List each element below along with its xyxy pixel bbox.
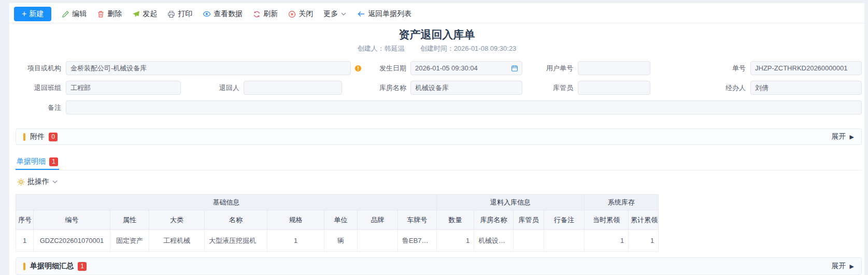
orange-marker bbox=[23, 263, 25, 270]
cell-unit: 辆 bbox=[324, 230, 358, 252]
summary-section: 单据明细汇总 1 展开 ▶ bbox=[16, 257, 862, 275]
summary-title: 单据明细汇总 bbox=[30, 262, 74, 271]
paper-plane-icon bbox=[132, 10, 140, 18]
initiate-label: 发起 bbox=[143, 9, 157, 19]
group-system-stock: 系统库存 bbox=[585, 195, 659, 210]
refresh-label: 刷新 bbox=[263, 9, 278, 19]
keeper-label: 库管员 bbox=[530, 81, 573, 95]
detail-table: 基础信息 退料入库信息 系统库存 序号 编号 属性 大类 名称 规格 单位 品牌… bbox=[16, 194, 659, 252]
doc-no-label: 单号 bbox=[702, 61, 746, 75]
close-label: 关闭 bbox=[298, 9, 313, 19]
summary-expand-button[interactable]: 展开 ▶ bbox=[832, 262, 854, 271]
project-label: 项目或机构 bbox=[16, 61, 61, 75]
close-circle-icon bbox=[288, 10, 296, 18]
cell-code-link[interactable]: GDZC202601070001 bbox=[34, 230, 110, 252]
cell-seq: 1 bbox=[16, 230, 34, 252]
back-to-list-label: 返回单据列表 bbox=[368, 9, 411, 19]
table-group-header-row: 基础信息 退料入库信息 系统库存 bbox=[16, 195, 659, 210]
cell-warehouse: 机械设… bbox=[474, 230, 514, 252]
more-button[interactable]: 更多 bbox=[323, 9, 347, 19]
handler-field[interactable]: 刘倩 bbox=[750, 81, 862, 95]
edit-button[interactable]: 编辑 bbox=[62, 9, 87, 19]
calendar-icon[interactable] bbox=[511, 65, 518, 72]
project-field[interactable]: 金桥装配公司-机械设备库 bbox=[66, 61, 351, 75]
chevron-down-icon bbox=[340, 11, 347, 17]
toolbar-divider bbox=[9, 23, 864, 23]
orange-marker bbox=[23, 133, 25, 141]
cell-current-total: 1 bbox=[585, 230, 629, 252]
info-icon[interactable] bbox=[354, 65, 362, 72]
col-current-total: 当时累领 bbox=[585, 210, 629, 230]
create-time-label: 创建时间： bbox=[420, 45, 454, 52]
pencil-icon bbox=[62, 10, 69, 18]
refresh-button[interactable]: 刷新 bbox=[253, 9, 278, 19]
summary-count-badge: 1 bbox=[78, 262, 87, 271]
doc-no-field[interactable]: JHZP-ZCTHRKD20260000001 bbox=[750, 61, 862, 75]
cell-qty: 1 bbox=[437, 230, 474, 252]
cell-brand bbox=[358, 230, 398, 252]
cell-cumulative-total: 1 bbox=[629, 230, 659, 252]
col-seq: 序号 bbox=[16, 210, 34, 230]
col-keeper: 库管员 bbox=[514, 210, 544, 230]
refresh-icon bbox=[253, 10, 261, 18]
return-team-field[interactable]: 工程部 bbox=[66, 81, 181, 95]
tab-detail[interactable]: 单据明细 1 bbox=[16, 154, 59, 170]
occur-date-field[interactable]: 2026-01-05 09:30:04 bbox=[410, 61, 522, 75]
col-qty: 数量 bbox=[437, 210, 474, 230]
trash-icon bbox=[97, 10, 105, 18]
batch-ops-button[interactable]: 批操作 bbox=[17, 177, 58, 186]
remark-field[interactable] bbox=[66, 100, 862, 114]
creator-name: 韩延温 bbox=[385, 45, 405, 52]
tab-detail-count-badge: 1 bbox=[49, 157, 58, 166]
initiate-button[interactable]: 发起 bbox=[132, 9, 157, 19]
delete-button[interactable]: 删除 bbox=[97, 9, 122, 19]
warehouse-field[interactable]: 机械设备库 bbox=[410, 81, 522, 95]
new-button[interactable]: + 新建 bbox=[14, 7, 51, 21]
view-data-button[interactable]: 查看数据 bbox=[203, 9, 243, 19]
attachments-expand-button[interactable]: 展开 ▶ bbox=[832, 132, 854, 141]
print-button[interactable]: 打印 bbox=[167, 9, 192, 19]
col-warehouse: 库房名称 bbox=[474, 210, 514, 230]
gear-icon bbox=[17, 178, 25, 186]
returner-field[interactable] bbox=[244, 81, 342, 95]
attachments-title: 附件 bbox=[30, 132, 45, 141]
col-spec: 规格 bbox=[267, 210, 324, 230]
toolbar: + 新建 编辑 删除 发起 打印 查看数据 刷新 关 bbox=[14, 7, 411, 21]
cell-category: 工程机械 bbox=[149, 230, 205, 252]
attachments-section: 附件 0 展开 ▶ bbox=[16, 128, 862, 145]
col-brand: 品牌 bbox=[358, 210, 398, 230]
page-title: 资产退回入库单 bbox=[9, 27, 864, 42]
user-no-field[interactable] bbox=[578, 61, 650, 75]
attachments-expand-label: 展开 bbox=[832, 132, 846, 141]
return-team-label: 退回班组 bbox=[16, 81, 61, 95]
cell-attr: 固定资产 bbox=[110, 230, 149, 252]
new-button-label: 新建 bbox=[29, 9, 44, 19]
delete-label: 删除 bbox=[107, 9, 122, 19]
group-return-info: 退料入库信息 bbox=[437, 195, 585, 210]
main-card: + 新建 编辑 删除 发起 打印 查看数据 刷新 关 bbox=[9, 3, 864, 275]
col-category: 大类 bbox=[149, 210, 205, 230]
col-row-remark: 行备注 bbox=[544, 210, 585, 230]
chevron-down-icon bbox=[52, 179, 58, 185]
summary-expand-label: 展开 bbox=[832, 262, 846, 271]
occur-date-label: 发生日期 bbox=[363, 61, 406, 75]
col-plate: 车牌号 bbox=[398, 210, 437, 230]
triangle-right-icon: ▶ bbox=[850, 263, 854, 270]
col-cumulative-total: 累计累领 bbox=[629, 210, 659, 230]
keeper-field[interactable] bbox=[578, 81, 650, 95]
close-button[interactable]: 关闭 bbox=[288, 9, 313, 19]
create-time: 2026-01-08 09:30:23 bbox=[454, 45, 517, 52]
view-data-label: 查看数据 bbox=[214, 9, 243, 19]
batch-ops-label: 批操作 bbox=[27, 177, 49, 186]
plus-icon: + bbox=[22, 10, 26, 18]
cell-plate: 鲁EB7… bbox=[398, 230, 437, 252]
group-basic-info: 基础信息 bbox=[16, 195, 437, 210]
cell-name: 大型液压挖掘机 bbox=[205, 230, 267, 252]
back-to-list-button[interactable]: 返回单据列表 bbox=[357, 9, 411, 19]
printer-icon bbox=[167, 10, 175, 18]
attachments-count-badge: 0 bbox=[49, 133, 58, 141]
doc-meta: 创建人：韩延温创建时间：2026-01-08 09:30:23 bbox=[9, 44, 864, 53]
creator-label: 创建人： bbox=[358, 45, 385, 52]
occur-date-value: 2026-01-05 09:30:04 bbox=[415, 64, 478, 72]
print-label: 打印 bbox=[178, 9, 192, 19]
